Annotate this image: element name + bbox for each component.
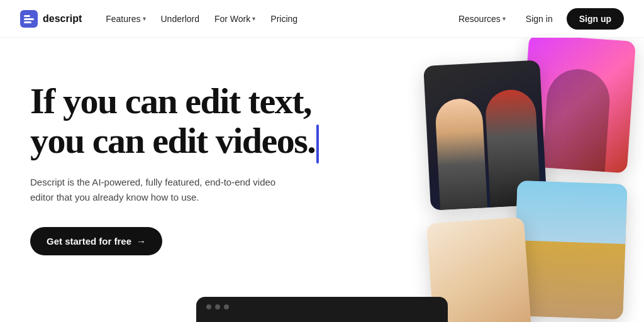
nav-left: descript Features ▾ Underlord For Work ▾… <box>20 10 304 28</box>
thumbnail-3 <box>513 180 627 319</box>
signin-label: Sign in <box>526 14 553 24</box>
resources-chevron: ▾ <box>502 15 506 22</box>
cta-arrow-icon: → <box>136 236 146 247</box>
bottom-bar-dots <box>196 297 448 317</box>
hero-subtitle: Descript is the AI-powered, fully featur… <box>30 175 282 204</box>
logo-icon <box>20 10 38 28</box>
cta-button[interactable]: Get started for free → <box>30 227 162 255</box>
signup-label: Sign up <box>579 14 611 24</box>
dot-1 <box>206 304 211 309</box>
logo[interactable]: descript <box>20 10 82 28</box>
nav-pricing[interactable]: Pricing <box>264 10 304 28</box>
nav-underlord[interactable]: Underlord <box>155 10 206 28</box>
hero-title-line1: If you can edit text, <box>30 80 311 121</box>
hero-content: If you can edit text, you can edit video… <box>30 75 382 255</box>
nav-right: Resources ▾ Sign in Sign up <box>452 8 624 30</box>
svg-rect-1 <box>24 15 30 17</box>
dot-2 <box>215 304 220 309</box>
for-work-chevron: ▾ <box>252 15 255 22</box>
resources-label: Resources <box>458 14 501 24</box>
sky <box>515 180 627 247</box>
signup-button[interactable]: Sign up <box>567 8 624 30</box>
pricing-label: Pricing <box>270 14 297 24</box>
underlord-label: Underlord <box>161 14 199 24</box>
svg-rect-3 <box>24 21 31 23</box>
nav-features[interactable]: Features ▾ <box>99 10 152 28</box>
app-bottom-bar <box>196 297 448 322</box>
navbar: descript Features ▾ Underlord For Work ▾… <box>0 0 644 38</box>
logo-text: descript <box>43 13 82 25</box>
nav-for-work[interactable]: For Work ▾ <box>208 10 262 28</box>
features-label: Features <box>106 14 140 24</box>
hero-title: If you can edit text, you can edit video… <box>30 82 382 164</box>
svg-rect-2 <box>24 18 34 20</box>
cursor-bar <box>316 125 319 164</box>
nav-signin[interactable]: Sign in <box>519 10 559 28</box>
for-work-label: For Work <box>214 14 250 24</box>
hero-section: If you can edit text, you can edit video… <box>0 38 644 322</box>
person-1 <box>435 97 487 210</box>
features-chevron: ▾ <box>143 15 146 22</box>
dot-3 <box>224 304 229 309</box>
nav-links: Features ▾ Underlord For Work ▾ Pricing <box>99 10 304 28</box>
cta-label: Get started for free <box>47 236 131 247</box>
nav-resources[interactable]: Resources ▾ <box>452 10 512 28</box>
hero-visuals <box>380 38 644 322</box>
hero-title-line2: you can edit videos. <box>30 120 315 161</box>
